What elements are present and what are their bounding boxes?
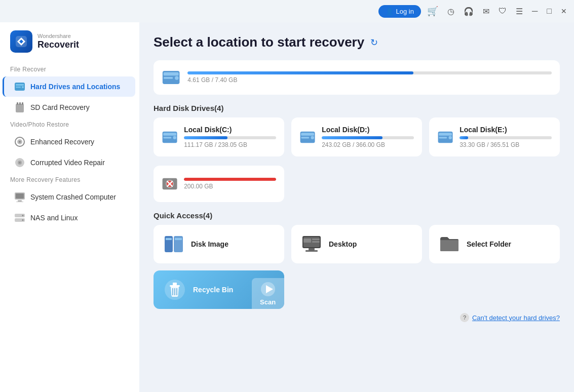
section-more: More Recovery Features	[0, 173, 139, 186]
drive-e-icon	[437, 127, 453, 147]
desktop-icon	[301, 234, 322, 254]
drive-error-size: 200.00 GB	[184, 183, 276, 190]
drive-d-size: 243.02 GB / 366.00 GB	[322, 141, 414, 148]
sd-card-icon	[14, 102, 25, 113]
sidebar-item-system-crashed[interactable]: System Crashed Computer	[4, 187, 135, 207]
svg-rect-5	[16, 104, 24, 112]
drive-c-label: Local Disk(C:)	[184, 126, 276, 134]
drive-d-label: Local Disk(D:)	[322, 126, 414, 134]
drive-e-size: 33.30 GB / 365.51 GB	[460, 141, 552, 148]
svg-rect-46	[166, 238, 172, 240]
select-folder-label: Select Folder	[467, 240, 511, 248]
sidebar-label-sd-card: SD Card Recovery	[30, 103, 90, 111]
section-video-photo: Video/Photo Restore	[0, 118, 139, 131]
svg-point-38	[449, 136, 452, 139]
drive-c-card[interactable]: Local Disk(C:) 111.17 GB / 238.05 GB	[154, 117, 284, 156]
svg-rect-6	[17, 102, 18, 105]
drive-e-card[interactable]: Local Disk(E:) 33.30 GB / 365.51 GB	[429, 117, 560, 156]
drive-d-card[interactable]: Local Disk(D:) 243.02 GB / 366.00 GB	[291, 117, 422, 156]
recent-progress-fill	[187, 71, 413, 74]
svg-rect-56	[170, 285, 180, 287]
drive-c-size: 111.17 GB / 238.05 GB	[184, 141, 276, 148]
sidebar: Wondershare Recoverit File Recover Hard …	[0, 22, 139, 392]
help-icon: ?	[460, 313, 469, 322]
enhanced-icon	[14, 136, 25, 147]
bottom-help: ? Can't detect your hard drives?	[154, 309, 560, 322]
app-body: Wondershare Recoverit File Recover Hard …	[0, 22, 574, 392]
sidebar-item-nas-linux[interactable]: NAS and Linux	[4, 208, 135, 228]
drive-error-progress	[184, 178, 276, 181]
hard-drives-icon	[14, 81, 25, 92]
nas-linux-icon	[14, 212, 25, 223]
drive-c-fill	[184, 136, 227, 139]
drive-error-fill	[184, 178, 276, 181]
recent-card[interactable]: 4.61 GB / 7.40 GB	[154, 60, 560, 95]
main-content: Select a location to start recovery ↻ 4.…	[139, 22, 574, 392]
recycle-bin-icon	[164, 279, 186, 301]
svg-rect-53	[309, 248, 315, 250]
svg-rect-57	[173, 283, 177, 285]
cart-icon[interactable]: 🛒	[424, 4, 441, 19]
drive-error-icon	[162, 174, 178, 194]
sidebar-item-video-repair[interactable]: Corrupted Video Repair	[4, 152, 135, 173]
sidebar-label-hard-drives: Hard Drives and Locations	[30, 83, 120, 91]
select-folder-card[interactable]: Select Folder	[429, 225, 560, 263]
recent-disk-icon	[162, 67, 180, 88]
svg-point-26	[175, 76, 178, 80]
titlebar: 👤 Log in 🛒 ◷ 🎧 ✉ 🛡 ☰ ─ □ ✕	[0, 0, 574, 22]
sidebar-item-enhanced[interactable]: Enhanced Recovery	[4, 132, 135, 152]
mail-icon[interactable]: ✉	[480, 5, 492, 18]
svg-point-22	[22, 219, 24, 221]
drive-c-progress	[184, 136, 276, 139]
drive-d-icon	[299, 127, 316, 147]
shield-icon[interactable]: 🛡	[495, 5, 510, 18]
svg-rect-36	[439, 133, 452, 136]
recycle-bin-label: Recycle Bin	[193, 286, 233, 294]
recent-disk-size: 4.61 GB / 7.40 GB	[187, 76, 552, 84]
sidebar-item-hard-drives[interactable]: Hard Drives and Locations	[3, 76, 135, 97]
list-icon[interactable]: ☰	[513, 5, 526, 18]
svg-point-21	[22, 215, 24, 216]
drive-error-card[interactable]: 200.00 GB	[154, 166, 284, 202]
brand-logo	[10, 30, 32, 53]
svg-rect-29	[163, 137, 171, 138]
help-link[interactable]: Can't detect your hard drives?	[472, 314, 560, 322]
minimize-icon[interactable]: ─	[529, 5, 541, 18]
hdd-section-title: Hard Disk Drives(4)	[154, 104, 560, 112]
disk-image-card[interactable]: Disk Image	[154, 225, 284, 263]
brand-sub: Wondershare	[37, 33, 79, 40]
drive-d-progress	[322, 136, 414, 139]
svg-rect-33	[301, 137, 309, 138]
sidebar-item-sd-card[interactable]: SD Card Recovery	[4, 97, 135, 117]
quick-section-title: Quick Access(4)	[154, 211, 560, 220]
svg-rect-3	[16, 87, 21, 88]
login-button[interactable]: 👤 Log in	[378, 5, 421, 18]
svg-rect-47	[175, 238, 182, 240]
svg-rect-17	[18, 200, 22, 202]
disk-image-label: Disk Image	[191, 240, 228, 248]
quick-grid: Disk Image Desktop	[154, 225, 560, 263]
svg-rect-24	[164, 72, 179, 76]
recycle-bin-card[interactable]: Recycle Bin Scan	[154, 270, 284, 309]
drive-c-icon	[162, 127, 178, 147]
section-file-recover: File Recover	[0, 63, 139, 76]
disk-image-icon	[164, 234, 184, 254]
sidebar-label-video-repair: Corrupted Video Repair	[30, 159, 105, 167]
sidebar-label-nas-linux: NAS and Linux	[30, 214, 78, 222]
recycle-row: Recycle Bin Scan	[154, 270, 560, 309]
page-title: Select a location to start recovery	[154, 34, 364, 50]
close-icon[interactable]: ✕	[558, 5, 570, 17]
svg-rect-54	[305, 250, 318, 252]
history-icon[interactable]: ◷	[444, 5, 457, 18]
svg-rect-32	[301, 133, 314, 136]
refresh-icon[interactable]: ↻	[370, 37, 378, 48]
sidebar-label-enhanced: Enhanced Recovery	[30, 138, 94, 146]
recent-disk-info: 4.61 GB / 7.40 GB	[187, 71, 552, 84]
svg-point-4	[22, 86, 24, 88]
drive-e-progress	[460, 136, 552, 139]
desktop-card[interactable]: Desktop	[291, 225, 422, 263]
recent-progress-bar	[187, 71, 552, 74]
maximize-icon[interactable]: □	[544, 5, 555, 18]
svg-rect-18	[16, 202, 23, 202]
headset-icon[interactable]: 🎧	[461, 5, 477, 18]
